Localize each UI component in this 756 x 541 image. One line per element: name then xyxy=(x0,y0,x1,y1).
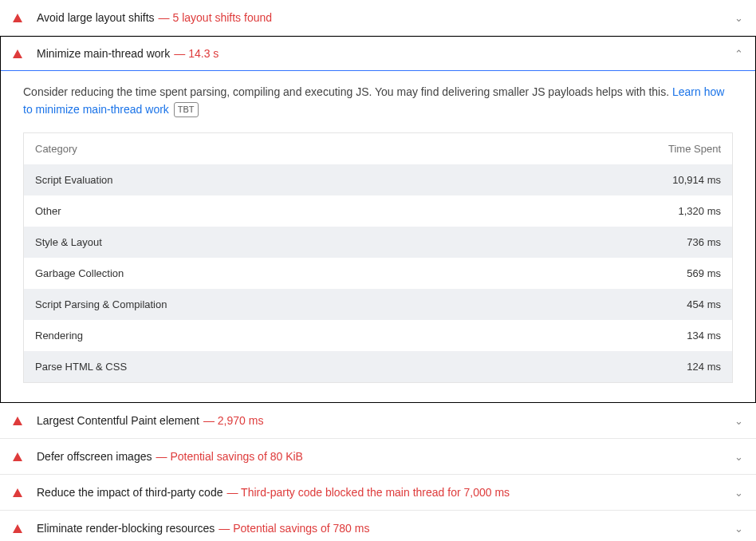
table-row: Parse HTML & CSS 124 ms xyxy=(24,351,733,383)
audit-item: Largest Contentful Paint element 2,970 m… xyxy=(0,403,756,439)
table-cell-category: Other xyxy=(24,195,501,227)
audit-value: 14.3 s xyxy=(174,47,219,60)
warning-triangle-icon xyxy=(13,49,22,58)
audit-header-offscreen[interactable]: Defer offscreen images Potential savings… xyxy=(0,439,756,474)
table-header-category: Category xyxy=(24,133,501,165)
table-row: Rendering 134 ms xyxy=(24,320,733,351)
audit-description: Consider reducing the time spent parsing… xyxy=(23,84,733,118)
table-cell-time: 10,914 ms xyxy=(500,164,732,195)
chevron-down-icon: ⌄ xyxy=(734,487,743,499)
audit-title: Avoid large layout shifts xyxy=(37,11,155,24)
table-cell-category: Script Evaluation xyxy=(24,164,501,195)
audit-item: Eliminate render-blocking resources Pote… xyxy=(0,511,756,541)
audit-title: Eliminate render-blocking resources xyxy=(37,522,215,535)
table-cell-category: Script Parsing & Compilation xyxy=(24,289,501,320)
table-row: Script Parsing & Compilation 454 ms xyxy=(24,289,733,320)
category-table: Category Time Spent Script Evaluation 10… xyxy=(23,132,733,383)
audit-value: Potential savings of 80 KiB xyxy=(156,450,302,463)
audit-body: Consider reducing the time spent parsing… xyxy=(1,71,755,402)
metric-badge: TBT xyxy=(174,102,199,117)
audit-value: Third-party code blocked the main thread… xyxy=(226,486,510,499)
table-cell-category: Parse HTML & CSS xyxy=(24,351,501,383)
audit-title: Reduce the impact of third-party code xyxy=(37,486,222,499)
audit-title: Largest Contentful Paint element xyxy=(37,414,199,427)
audit-header-layout-shifts[interactable]: Avoid large layout shifts 5 layout shift… xyxy=(0,0,756,35)
warning-triangle-icon xyxy=(13,452,22,461)
chevron-down-icon: ⌄ xyxy=(734,12,743,24)
table-cell-category: Style & Layout xyxy=(24,227,501,258)
audit-value: Potential savings of 780 ms xyxy=(219,522,369,535)
audit-title: Defer offscreen images xyxy=(37,450,152,463)
table-cell-category: Rendering xyxy=(24,320,501,351)
warning-triangle-icon xyxy=(13,488,22,497)
table-row: Other 1,320 ms xyxy=(24,195,733,227)
audit-header-lcp[interactable]: Largest Contentful Paint element 2,970 m… xyxy=(0,403,756,438)
audit-item: Minimize main-thread work 14.3 s ⌃ Consi… xyxy=(0,36,756,403)
chevron-down-icon: ⌄ xyxy=(734,523,743,535)
table-cell-category: Garbage Collection xyxy=(24,258,501,289)
table-row: Garbage Collection 569 ms xyxy=(24,258,733,289)
audit-header-third-party[interactable]: Reduce the impact of third-party code Th… xyxy=(0,475,756,510)
audit-title: Minimize main-thread work xyxy=(37,47,170,60)
audit-value: 5 layout shifts found xyxy=(159,11,272,24)
audit-header-render-blocking[interactable]: Eliminate render-blocking resources Pote… xyxy=(0,511,756,541)
warning-triangle-icon xyxy=(13,14,22,22)
audit-value: 2,970 ms xyxy=(203,414,263,427)
table-row: Style & Layout 736 ms xyxy=(24,227,733,258)
audit-header-main-thread[interactable]: Minimize main-thread work 14.3 s ⌃ xyxy=(1,37,755,71)
table-cell-time: 736 ms xyxy=(500,227,732,258)
warning-triangle-icon xyxy=(13,524,22,533)
chevron-down-icon: ⌄ xyxy=(734,415,743,427)
audit-item: Reduce the impact of third-party code Th… xyxy=(0,475,756,511)
table-cell-time: 124 ms xyxy=(500,351,732,383)
description-text: Consider reducing the time spent parsing… xyxy=(23,85,672,98)
chevron-up-icon: ⌃ xyxy=(734,48,743,60)
table-cell-time: 134 ms xyxy=(500,320,732,351)
chevron-down-icon: ⌄ xyxy=(734,451,743,463)
table-cell-time: 454 ms xyxy=(500,289,732,320)
audit-item: Avoid large layout shifts 5 layout shift… xyxy=(0,0,756,36)
table-row: Script Evaluation 10,914 ms xyxy=(24,164,733,195)
audit-list: Avoid large layout shifts 5 layout shift… xyxy=(0,0,756,541)
table-cell-time: 569 ms xyxy=(500,258,732,289)
table-header-time: Time Spent xyxy=(500,133,732,165)
table-header-row: Category Time Spent xyxy=(24,133,733,165)
audit-item: Defer offscreen images Potential savings… xyxy=(0,439,756,475)
warning-triangle-icon xyxy=(13,417,22,425)
table-cell-time: 1,320 ms xyxy=(500,195,732,227)
